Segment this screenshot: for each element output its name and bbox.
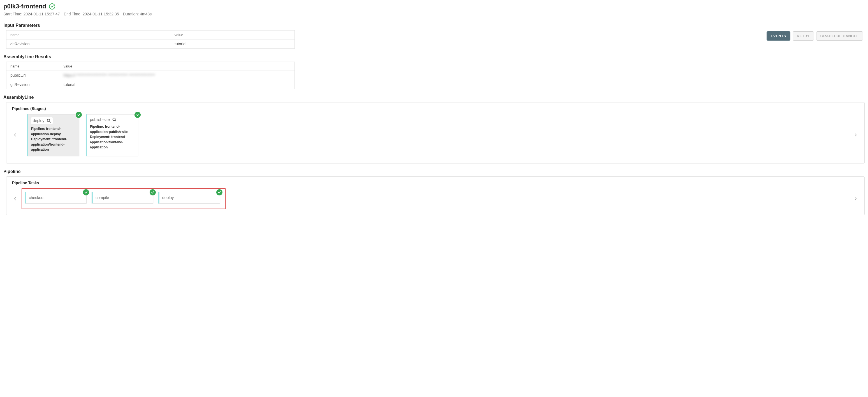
- deployment-label: Deployment:: [31, 137, 52, 141]
- table-row: publicUrl https:// ******************** …: [6, 71, 295, 80]
- result-name: publicUrl: [6, 71, 60, 80]
- task-card-compile[interactable]: compile: [92, 192, 153, 203]
- page-header: p0lk3-frontend: [3, 3, 865, 10]
- duration-value: 4m48s: [140, 12, 152, 16]
- input-parameters-title: Input Parameters: [3, 23, 292, 28]
- check-circle-icon: [150, 189, 156, 195]
- stage-name: deploy: [33, 119, 44, 123]
- retry-button: RETRY: [793, 31, 814, 41]
- col-header-value: value: [60, 62, 295, 71]
- stage-name: publish-site: [90, 117, 110, 122]
- task-name: deploy: [162, 195, 174, 200]
- start-time-label: Start Time:: [3, 12, 23, 16]
- pipeline-title: Pipeline: [3, 169, 865, 174]
- svg-line-1: [50, 122, 51, 123]
- stage-card-publish-site[interactable]: publish-site Pipeline: frontend-applicat…: [86, 114, 138, 156]
- pipeline-section: Pipeline Pipeline Tasks checkout: [3, 169, 865, 215]
- check-circle-icon: [76, 112, 82, 118]
- magnifier-icon[interactable]: [46, 119, 51, 123]
- param-value: tutorial: [170, 39, 294, 49]
- chevron-left-icon[interactable]: [12, 196, 18, 202]
- col-header-name: name: [6, 62, 60, 71]
- chevron-right-icon[interactable]: [852, 196, 859, 202]
- param-name: gitRevision: [6, 39, 171, 49]
- start-time-value: 2024-01-11 15:27:47: [24, 12, 60, 16]
- pipelines-panel-label: Pipelines (Stages): [12, 106, 859, 111]
- task-card-checkout[interactable]: checkout: [25, 192, 87, 203]
- input-parameters-section: Input Parameters name value gitRevision …: [3, 23, 292, 49]
- tasks-highlight-box: checkout compile: [22, 189, 225, 209]
- stage-card-deploy[interactable]: deploy Pipeline: frontend-application-de…: [27, 114, 79, 156]
- result-value: tutorial: [60, 80, 295, 89]
- result-name: gitRevision: [6, 80, 60, 89]
- svg-point-2: [113, 118, 115, 121]
- task-name: checkout: [29, 195, 44, 200]
- svg-point-0: [48, 119, 50, 122]
- pipeline-label: Pipeline:: [31, 127, 45, 131]
- magnifier-icon[interactable]: [112, 117, 117, 122]
- table-row: gitRevision tutorial: [6, 80, 295, 89]
- events-button[interactable]: EVENTS: [767, 31, 790, 41]
- input-parameters-table: name value gitRevision tutorial: [6, 30, 295, 49]
- results-section: AssemblyLine Results name value publicUr…: [3, 54, 292, 89]
- pipeline-tasks-panel: Pipeline Tasks checkout: [6, 176, 865, 215]
- task-name: compile: [96, 195, 109, 200]
- pipeline-label: Pipeline:: [90, 125, 104, 129]
- table-row: gitRevision tutorial: [6, 39, 295, 49]
- pipelines-panel: Pipelines (Stages) deploy P: [6, 102, 865, 164]
- action-buttons: EVENTS RETRY GRACEFUL CANCEL: [767, 23, 865, 41]
- check-circle-icon: [216, 189, 222, 195]
- graceful-cancel-button: GRACEFUL CANCEL: [816, 31, 863, 41]
- end-time-label: End Time:: [64, 12, 82, 16]
- assemblyline-title: AssemblyLine: [3, 95, 865, 100]
- deployment-label: Deployment:: [90, 135, 111, 139]
- results-table: name value publicUrl https:// **********…: [6, 62, 295, 89]
- col-header-name: name: [6, 31, 171, 39]
- status-success-icon: [49, 3, 55, 9]
- result-value: https:// ******************** **********…: [60, 71, 295, 80]
- end-time-value: 2024-01-11 15:32:35: [83, 12, 119, 16]
- chevron-right-icon[interactable]: [852, 132, 859, 138]
- pipeline-tasks-label: Pipeline Tasks: [12, 180, 859, 185]
- chevron-left-icon[interactable]: [12, 132, 18, 138]
- page-title: p0lk3-frontend: [3, 3, 46, 10]
- check-circle-icon: [134, 112, 141, 118]
- results-title: AssemblyLine Results: [3, 54, 292, 59]
- duration-label: Duration:: [123, 12, 139, 16]
- run-metadata: Start Time: 2024-01-11 15:27:47 End Time…: [3, 12, 865, 16]
- svg-line-3: [115, 121, 116, 122]
- check-circle-icon: [83, 189, 89, 195]
- assemblyline-section: AssemblyLine Pipelines (Stages) deploy: [3, 95, 865, 164]
- col-header-value: value: [170, 31, 294, 39]
- task-card-deploy[interactable]: deploy: [158, 192, 220, 203]
